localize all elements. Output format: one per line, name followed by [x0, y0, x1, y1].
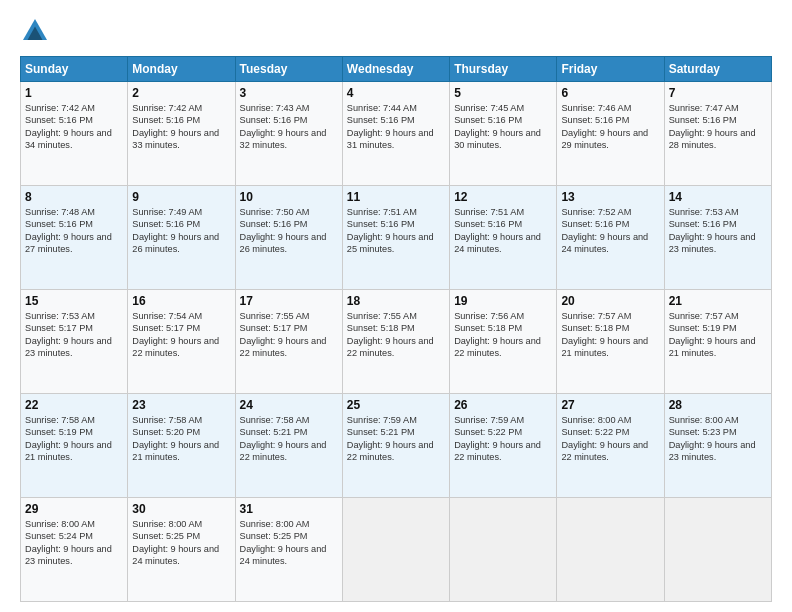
day-cell — [664, 498, 771, 602]
day-number: 1 — [25, 86, 123, 100]
day-info: Sunrise: 7:50 AMSunset: 5:16 PMDaylight:… — [240, 206, 338, 256]
calendar-header: SundayMondayTuesdayWednesdayThursdayFrid… — [21, 57, 772, 82]
day-cell — [342, 498, 449, 602]
day-info: Sunrise: 8:00 AMSunset: 5:25 PMDaylight:… — [132, 518, 230, 568]
day-number: 27 — [561, 398, 659, 412]
day-info: Sunrise: 7:54 AMSunset: 5:17 PMDaylight:… — [132, 310, 230, 360]
day-cell: 9Sunrise: 7:49 AMSunset: 5:16 PMDaylight… — [128, 186, 235, 290]
day-info: Sunrise: 7:53 AMSunset: 5:17 PMDaylight:… — [25, 310, 123, 360]
weekday-header-monday: Monday — [128, 57, 235, 82]
day-cell: 28Sunrise: 8:00 AMSunset: 5:23 PMDayligh… — [664, 394, 771, 498]
day-info: Sunrise: 7:53 AMSunset: 5:16 PMDaylight:… — [669, 206, 767, 256]
day-info: Sunrise: 7:52 AMSunset: 5:16 PMDaylight:… — [561, 206, 659, 256]
day-cell: 25Sunrise: 7:59 AMSunset: 5:21 PMDayligh… — [342, 394, 449, 498]
day-number: 13 — [561, 190, 659, 204]
day-number: 17 — [240, 294, 338, 308]
day-cell: 5Sunrise: 7:45 AMSunset: 5:16 PMDaylight… — [450, 82, 557, 186]
week-row-5: 29Sunrise: 8:00 AMSunset: 5:24 PMDayligh… — [21, 498, 772, 602]
day-number: 6 — [561, 86, 659, 100]
day-info: Sunrise: 8:00 AMSunset: 5:24 PMDaylight:… — [25, 518, 123, 568]
day-info: Sunrise: 7:45 AMSunset: 5:16 PMDaylight:… — [454, 102, 552, 152]
day-number: 9 — [132, 190, 230, 204]
day-cell: 23Sunrise: 7:58 AMSunset: 5:20 PMDayligh… — [128, 394, 235, 498]
day-info: Sunrise: 7:56 AMSunset: 5:18 PMDaylight:… — [454, 310, 552, 360]
day-info: Sunrise: 7:58 AMSunset: 5:21 PMDaylight:… — [240, 414, 338, 464]
day-cell: 1Sunrise: 7:42 AMSunset: 5:16 PMDaylight… — [21, 82, 128, 186]
day-number: 29 — [25, 502, 123, 516]
day-cell: 2Sunrise: 7:42 AMSunset: 5:16 PMDaylight… — [128, 82, 235, 186]
calendar-body: 1Sunrise: 7:42 AMSunset: 5:16 PMDaylight… — [21, 82, 772, 602]
day-cell: 4Sunrise: 7:44 AMSunset: 5:16 PMDaylight… — [342, 82, 449, 186]
day-cell: 12Sunrise: 7:51 AMSunset: 5:16 PMDayligh… — [450, 186, 557, 290]
day-number: 28 — [669, 398, 767, 412]
day-cell: 15Sunrise: 7:53 AMSunset: 5:17 PMDayligh… — [21, 290, 128, 394]
day-cell: 30Sunrise: 8:00 AMSunset: 5:25 PMDayligh… — [128, 498, 235, 602]
day-cell: 8Sunrise: 7:48 AMSunset: 5:16 PMDaylight… — [21, 186, 128, 290]
day-number: 20 — [561, 294, 659, 308]
day-cell: 10Sunrise: 7:50 AMSunset: 5:16 PMDayligh… — [235, 186, 342, 290]
day-info: Sunrise: 8:00 AMSunset: 5:23 PMDaylight:… — [669, 414, 767, 464]
day-info: Sunrise: 7:51 AMSunset: 5:16 PMDaylight:… — [454, 206, 552, 256]
day-number: 12 — [454, 190, 552, 204]
logo-icon — [20, 16, 50, 46]
day-info: Sunrise: 7:49 AMSunset: 5:16 PMDaylight:… — [132, 206, 230, 256]
day-cell: 19Sunrise: 7:56 AMSunset: 5:18 PMDayligh… — [450, 290, 557, 394]
day-number: 18 — [347, 294, 445, 308]
day-number: 25 — [347, 398, 445, 412]
day-number: 2 — [132, 86, 230, 100]
logo — [20, 16, 54, 46]
day-info: Sunrise: 7:47 AMSunset: 5:16 PMDaylight:… — [669, 102, 767, 152]
day-number: 3 — [240, 86, 338, 100]
day-cell: 3Sunrise: 7:43 AMSunset: 5:16 PMDaylight… — [235, 82, 342, 186]
day-cell: 16Sunrise: 7:54 AMSunset: 5:17 PMDayligh… — [128, 290, 235, 394]
day-number: 22 — [25, 398, 123, 412]
weekday-header-friday: Friday — [557, 57, 664, 82]
weekday-header-saturday: Saturday — [664, 57, 771, 82]
day-info: Sunrise: 7:42 AMSunset: 5:16 PMDaylight:… — [132, 102, 230, 152]
day-cell: 7Sunrise: 7:47 AMSunset: 5:16 PMDaylight… — [664, 82, 771, 186]
weekday-header-wednesday: Wednesday — [342, 57, 449, 82]
week-row-1: 1Sunrise: 7:42 AMSunset: 5:16 PMDaylight… — [21, 82, 772, 186]
day-cell: 18Sunrise: 7:55 AMSunset: 5:18 PMDayligh… — [342, 290, 449, 394]
day-info: Sunrise: 7:57 AMSunset: 5:18 PMDaylight:… — [561, 310, 659, 360]
day-cell: 11Sunrise: 7:51 AMSunset: 5:16 PMDayligh… — [342, 186, 449, 290]
day-cell: 21Sunrise: 7:57 AMSunset: 5:19 PMDayligh… — [664, 290, 771, 394]
day-cell: 6Sunrise: 7:46 AMSunset: 5:16 PMDaylight… — [557, 82, 664, 186]
day-number: 5 — [454, 86, 552, 100]
weekday-header-sunday: Sunday — [21, 57, 128, 82]
day-number: 15 — [25, 294, 123, 308]
day-info: Sunrise: 7:58 AMSunset: 5:20 PMDaylight:… — [132, 414, 230, 464]
day-info: Sunrise: 8:00 AMSunset: 5:25 PMDaylight:… — [240, 518, 338, 568]
day-info: Sunrise: 7:58 AMSunset: 5:19 PMDaylight:… — [25, 414, 123, 464]
day-cell: 14Sunrise: 7:53 AMSunset: 5:16 PMDayligh… — [664, 186, 771, 290]
day-number: 7 — [669, 86, 767, 100]
day-info: Sunrise: 7:48 AMSunset: 5:16 PMDaylight:… — [25, 206, 123, 256]
day-cell: 13Sunrise: 7:52 AMSunset: 5:16 PMDayligh… — [557, 186, 664, 290]
day-number: 24 — [240, 398, 338, 412]
day-number: 10 — [240, 190, 338, 204]
day-cell: 17Sunrise: 7:55 AMSunset: 5:17 PMDayligh… — [235, 290, 342, 394]
weekday-row: SundayMondayTuesdayWednesdayThursdayFrid… — [21, 57, 772, 82]
day-info: Sunrise: 7:44 AMSunset: 5:16 PMDaylight:… — [347, 102, 445, 152]
day-number: 16 — [132, 294, 230, 308]
weekday-header-thursday: Thursday — [450, 57, 557, 82]
day-cell — [450, 498, 557, 602]
day-info: Sunrise: 7:59 AMSunset: 5:21 PMDaylight:… — [347, 414, 445, 464]
day-cell: 22Sunrise: 7:58 AMSunset: 5:19 PMDayligh… — [21, 394, 128, 498]
day-number: 21 — [669, 294, 767, 308]
day-number: 14 — [669, 190, 767, 204]
header — [20, 16, 772, 46]
day-info: Sunrise: 7:55 AMSunset: 5:17 PMDaylight:… — [240, 310, 338, 360]
day-info: Sunrise: 7:59 AMSunset: 5:22 PMDaylight:… — [454, 414, 552, 464]
week-row-4: 22Sunrise: 7:58 AMSunset: 5:19 PMDayligh… — [21, 394, 772, 498]
day-number: 23 — [132, 398, 230, 412]
day-cell: 26Sunrise: 7:59 AMSunset: 5:22 PMDayligh… — [450, 394, 557, 498]
day-number: 8 — [25, 190, 123, 204]
page: SundayMondayTuesdayWednesdayThursdayFrid… — [0, 0, 792, 612]
day-cell — [557, 498, 664, 602]
week-row-2: 8Sunrise: 7:48 AMSunset: 5:16 PMDaylight… — [21, 186, 772, 290]
day-info: Sunrise: 7:43 AMSunset: 5:16 PMDaylight:… — [240, 102, 338, 152]
day-cell: 20Sunrise: 7:57 AMSunset: 5:18 PMDayligh… — [557, 290, 664, 394]
day-info: Sunrise: 8:00 AMSunset: 5:22 PMDaylight:… — [561, 414, 659, 464]
weekday-header-tuesday: Tuesday — [235, 57, 342, 82]
